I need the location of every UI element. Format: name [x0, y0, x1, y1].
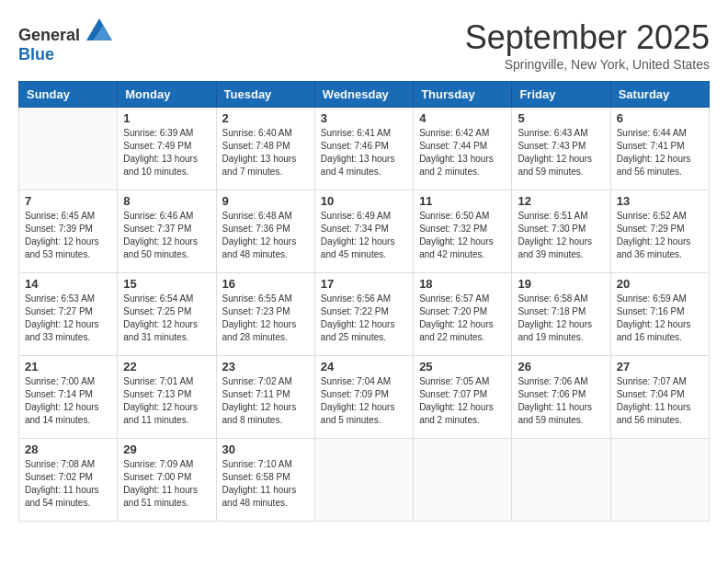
day-number: 23 — [222, 360, 309, 373]
calendar-cell: 11Sunrise: 6:50 AM Sunset: 7:32 PM Dayli… — [414, 190, 512, 273]
day-info: Sunrise: 7:04 AM Sunset: 7:09 PM Dayligh… — [321, 375, 407, 427]
day-number: 18 — [419, 277, 506, 291]
day-number: 17 — [321, 277, 407, 291]
calendar-cell — [610, 439, 709, 522]
day-info: Sunrise: 7:02 AM Sunset: 7:11 PM Dayligh… — [222, 375, 309, 427]
day-number: 6 — [617, 111, 703, 125]
weekday-header-saturday: Saturday — [610, 82, 709, 108]
day-number: 21 — [25, 360, 111, 373]
calendar-cell: 13Sunrise: 6:52 AM Sunset: 7:29 PM Dayli… — [610, 190, 709, 273]
calendar-cell: 9Sunrise: 6:48 AM Sunset: 7:36 PM Daylig… — [216, 190, 314, 273]
weekday-header-tuesday: Tuesday — [216, 82, 314, 108]
logo: General Blue — [18, 18, 112, 64]
week-row-1: 1Sunrise: 6:39 AM Sunset: 7:49 PM Daylig… — [19, 108, 710, 190]
calendar-cell: 16Sunrise: 6:55 AM Sunset: 7:23 PM Dayli… — [216, 273, 314, 356]
day-info: Sunrise: 6:57 AM Sunset: 7:20 PM Dayligh… — [419, 293, 506, 344]
calendar-cell — [19, 108, 118, 190]
day-info: Sunrise: 6:55 AM Sunset: 7:23 PM Dayligh… — [222, 293, 309, 344]
day-info: Sunrise: 6:40 AM Sunset: 7:48 PM Dayligh… — [222, 127, 309, 178]
weekday-header-row: SundayMondayTuesdayWednesdayThursdayFrid… — [19, 82, 710, 108]
day-number: 25 — [419, 360, 506, 373]
day-info: Sunrise: 7:05 AM Sunset: 7:07 PM Dayligh… — [419, 375, 506, 427]
day-number: 19 — [518, 277, 604, 291]
day-info: Sunrise: 6:42 AM Sunset: 7:44 PM Dayligh… — [419, 127, 506, 178]
weekday-header-wednesday: Wednesday — [314, 82, 413, 108]
day-number: 13 — [617, 194, 703, 208]
calendar-cell: 27Sunrise: 7:07 AM Sunset: 7:04 PM Dayli… — [610, 356, 709, 439]
calendar-cell: 20Sunrise: 6:59 AM Sunset: 7:16 PM Dayli… — [610, 273, 709, 356]
day-info: Sunrise: 6:46 AM Sunset: 7:37 PM Dayligh… — [123, 210, 210, 261]
day-number: 1 — [123, 111, 210, 125]
day-number: 27 — [617, 360, 703, 373]
day-info: Sunrise: 6:54 AM Sunset: 7:25 PM Dayligh… — [123, 293, 210, 344]
day-number: 29 — [123, 442, 210, 456]
day-number: 24 — [321, 360, 407, 373]
day-number: 20 — [617, 277, 703, 291]
logo-text: General Blue — [18, 18, 112, 64]
week-row-3: 14Sunrise: 6:53 AM Sunset: 7:27 PM Dayli… — [19, 273, 710, 356]
calendar-cell: 30Sunrise: 7:10 AM Sunset: 6:58 PM Dayli… — [216, 439, 314, 522]
day-number: 11 — [419, 194, 506, 208]
day-info: Sunrise: 6:41 AM Sunset: 7:46 PM Dayligh… — [321, 127, 407, 178]
day-info: Sunrise: 7:01 AM Sunset: 7:13 PM Dayligh… — [123, 375, 210, 427]
calendar-cell: 15Sunrise: 6:54 AM Sunset: 7:25 PM Dayli… — [118, 273, 216, 356]
calendar-cell — [414, 439, 512, 522]
weekday-header-friday: Friday — [512, 82, 610, 108]
day-number: 2 — [222, 111, 309, 125]
calendar-cell: 10Sunrise: 6:49 AM Sunset: 7:34 PM Dayli… — [314, 190, 413, 273]
day-number: 30 — [222, 442, 309, 456]
day-info: Sunrise: 6:52 AM Sunset: 7:29 PM Dayligh… — [617, 210, 703, 261]
day-info: Sunrise: 6:59 AM Sunset: 7:16 PM Dayligh… — [617, 293, 703, 344]
day-info: Sunrise: 7:00 AM Sunset: 7:14 PM Dayligh… — [25, 375, 111, 427]
month-title: September 2025 — [465, 18, 710, 57]
calendar-cell: 5Sunrise: 6:43 AM Sunset: 7:43 PM Daylig… — [512, 108, 610, 190]
calendar-cell: 22Sunrise: 7:01 AM Sunset: 7:13 PM Dayli… — [118, 356, 216, 439]
calendar-cell: 29Sunrise: 7:09 AM Sunset: 7:00 PM Dayli… — [118, 439, 216, 522]
calendar-cell: 24Sunrise: 7:04 AM Sunset: 7:09 PM Dayli… — [314, 356, 413, 439]
day-info: Sunrise: 7:06 AM Sunset: 7:06 PM Dayligh… — [518, 375, 604, 427]
logo-general: General — [18, 26, 80, 44]
day-info: Sunrise: 6:49 AM Sunset: 7:34 PM Dayligh… — [321, 210, 407, 261]
day-number: 22 — [123, 360, 210, 373]
calendar-cell: 6Sunrise: 6:44 AM Sunset: 7:41 PM Daylig… — [610, 108, 709, 190]
calendar-cell: 21Sunrise: 7:00 AM Sunset: 7:14 PM Dayli… — [19, 356, 118, 439]
calendar-cell: 7Sunrise: 6:45 AM Sunset: 7:39 PM Daylig… — [19, 190, 118, 273]
day-number: 15 — [123, 277, 210, 291]
title-section: September 2025 Springville, New York, Un… — [465, 18, 710, 72]
day-number: 3 — [321, 111, 407, 125]
day-number: 10 — [321, 194, 407, 208]
day-number: 14 — [25, 277, 111, 291]
calendar-cell: 4Sunrise: 6:42 AM Sunset: 7:44 PM Daylig… — [414, 108, 512, 190]
day-number: 8 — [123, 194, 210, 208]
day-info: Sunrise: 7:07 AM Sunset: 7:04 PM Dayligh… — [617, 375, 703, 427]
day-info: Sunrise: 6:51 AM Sunset: 7:30 PM Dayligh… — [518, 210, 604, 261]
week-row-5: 28Sunrise: 7:08 AM Sunset: 7:02 PM Dayli… — [19, 439, 710, 522]
day-number: 9 — [222, 194, 309, 208]
day-number: 28 — [25, 442, 111, 456]
calendar-cell: 28Sunrise: 7:08 AM Sunset: 7:02 PM Dayli… — [19, 439, 118, 522]
day-info: Sunrise: 6:45 AM Sunset: 7:39 PM Dayligh… — [25, 210, 111, 261]
page-header: General Blue September 2025 Springville,… — [18, 18, 710, 72]
calendar-cell: 1Sunrise: 6:39 AM Sunset: 7:49 PM Daylig… — [118, 108, 216, 190]
day-info: Sunrise: 7:10 AM Sunset: 6:58 PM Dayligh… — [222, 458, 309, 510]
day-number: 7 — [25, 194, 111, 208]
day-number: 4 — [419, 111, 506, 125]
calendar-cell — [512, 439, 610, 522]
calendar-cell: 12Sunrise: 6:51 AM Sunset: 7:30 PM Dayli… — [512, 190, 610, 273]
calendar-cell: 18Sunrise: 6:57 AM Sunset: 7:20 PM Dayli… — [414, 273, 512, 356]
day-number: 12 — [518, 194, 604, 208]
weekday-header-thursday: Thursday — [414, 82, 512, 108]
day-number: 16 — [222, 277, 309, 291]
calendar-cell: 25Sunrise: 7:05 AM Sunset: 7:07 PM Dayli… — [414, 356, 512, 439]
calendar-cell: 23Sunrise: 7:02 AM Sunset: 7:11 PM Dayli… — [216, 356, 314, 439]
day-info: Sunrise: 6:44 AM Sunset: 7:41 PM Dayligh… — [617, 127, 703, 178]
weekday-header-monday: Monday — [118, 82, 216, 108]
weekday-header-sunday: Sunday — [19, 82, 118, 108]
calendar-cell: 2Sunrise: 6:40 AM Sunset: 7:48 PM Daylig… — [216, 108, 314, 190]
calendar-cell: 8Sunrise: 6:46 AM Sunset: 7:37 PM Daylig… — [118, 190, 216, 273]
calendar-cell: 17Sunrise: 6:56 AM Sunset: 7:22 PM Dayli… — [314, 273, 413, 356]
day-number: 26 — [518, 360, 604, 373]
calendar-cell — [314, 439, 413, 522]
day-info: Sunrise: 6:39 AM Sunset: 7:49 PM Dayligh… — [123, 127, 210, 178]
day-info: Sunrise: 6:43 AM Sunset: 7:43 PM Dayligh… — [518, 127, 604, 178]
